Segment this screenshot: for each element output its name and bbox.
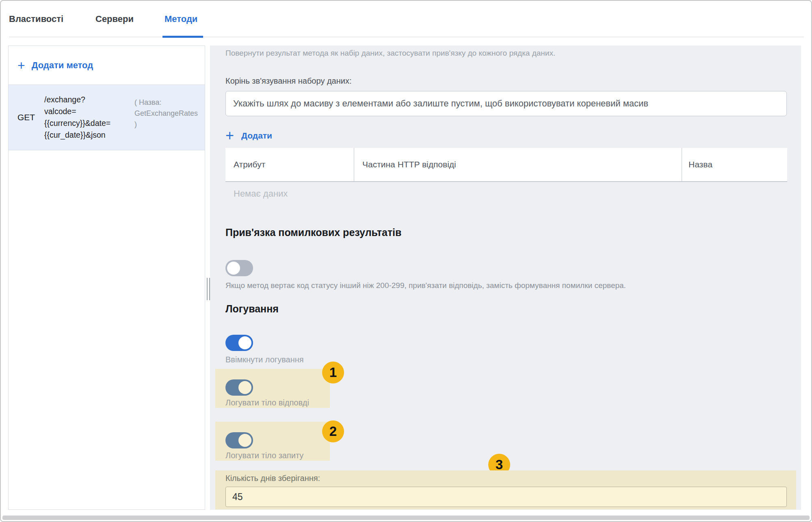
vertical-scrollbar-thumb[interactable] [207, 278, 210, 300]
method-verb: GET [17, 113, 44, 122]
table-header-attribute: Атрибут [225, 148, 354, 181]
add-attribute-label: Додати [241, 131, 272, 141]
attributes-table-header: Атрибут Частина HTTP відповіді Назва [225, 148, 787, 182]
annotation-badge-1: 1 [322, 362, 344, 383]
method-name-open: ( Назва: [134, 97, 201, 108]
method-path: /exchange? valcode= {{currency}}&date= {… [44, 94, 134, 141]
table-header-name: Назва [682, 148, 787, 181]
method-list-item-selected[interactable]: GET /exchange? valcode= {{currency}}&dat… [9, 85, 205, 150]
toggle-knob [227, 262, 240, 275]
table-empty-state: Немає даних [234, 188, 288, 199]
toggle-knob [238, 381, 251, 394]
retention-label: Кількість днів зберігання: [225, 474, 320, 483]
tab-methods[interactable]: Методи [165, 14, 197, 24]
log-response-label: Логувати тіло відповді [225, 398, 309, 407]
table-header-http-part: Частина HTTP відповіді [354, 148, 682, 181]
retention-days-input[interactable] [225, 487, 787, 507]
method-path-line: /exchange? [44, 94, 134, 106]
tab-servers[interactable]: Сервери [95, 14, 134, 24]
methods-sidebar: + Додати метод GET /exchange? valcode= {… [8, 45, 205, 510]
add-method-label: Додати метод [32, 60, 93, 71]
logging-heading: Логування [225, 303, 279, 315]
method-name: ( Назва: GetExchangeRates ) [134, 94, 201, 141]
log-request-label: Логувати тіло запиту [225, 451, 303, 460]
method-settings-panel: Повернути результат метода як набір дани… [210, 45, 801, 510]
tab-properties[interactable]: Властивості [9, 14, 63, 24]
horizontal-scrollbar[interactable] [2, 516, 810, 520]
log-response-toggle[interactable] [225, 379, 253, 396]
add-attribute-button[interactable]: + Додати [225, 128, 272, 143]
error-binding-description: Якщо метод вертає код статусу інший ніж … [225, 281, 626, 290]
retention-highlight: Кількість днів зберігання: [215, 470, 796, 509]
tabs-divider [9, 37, 804, 37]
log-response-highlight: Логувати тіло відповді [215, 369, 330, 408]
app-window: Властивості Сервери Методи + Додати мето… [0, 0, 812, 522]
toggle-knob [238, 434, 251, 447]
toggle-knob [238, 336, 251, 349]
enable-logging-label: Ввімкнути логування [225, 355, 304, 364]
plus-icon: + [225, 128, 234, 143]
annotation-badge-2: 2 [322, 420, 344, 442]
dataset-root-input[interactable] [225, 91, 787, 116]
log-request-highlight: Логувати тіло запиту [215, 422, 330, 461]
method-path-line: {{cur_date}}&json [44, 129, 134, 141]
error-binding-heading: Прив'язка помилкових результатів [225, 227, 401, 238]
log-request-toggle[interactable] [225, 432, 253, 448]
enable-logging-toggle[interactable] [225, 335, 253, 351]
add-method-button[interactable]: + Додати метод [9, 46, 205, 85]
method-path-line: {{currency}}&date= [44, 117, 134, 129]
dataset-root-label: Корінь зв'язування набору даних: [225, 76, 352, 86]
plus-icon: + [17, 59, 25, 72]
method-path-line: valcode= [44, 106, 134, 117]
error-binding-toggle[interactable] [225, 260, 253, 276]
dataset-intro-text: Повернути результат метода як набір дани… [225, 49, 555, 58]
active-tab-indicator [162, 36, 203, 38]
method-name-value: GetExchangeRates [134, 108, 201, 119]
method-name-close: ) [134, 119, 201, 130]
